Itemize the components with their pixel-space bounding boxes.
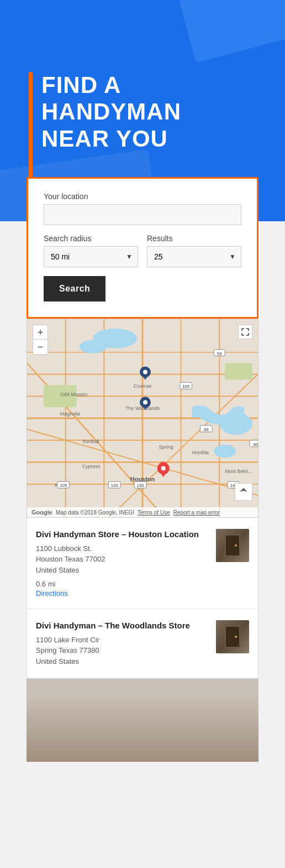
- svg-rect-21: [225, 363, 252, 380]
- people-silhouettes: [27, 695, 258, 762]
- result-name: Divi Handyman – The Woodlands Store: [36, 620, 208, 631]
- svg-point-55: [161, 466, 166, 471]
- svg-text:Cypress: Cypress: [82, 464, 101, 469]
- terms-of-use-link[interactable]: Terms of Use: [138, 510, 170, 516]
- svg-text:130: 130: [136, 483, 144, 488]
- search-panel: Your location Search radius 10 mi 25 mi …: [27, 177, 258, 319]
- radius-label: Search radius: [44, 234, 138, 243]
- svg-point-51: [143, 370, 147, 374]
- result-info: Divi Handyman – The Woodlands Store 1100…: [36, 620, 208, 667]
- hero-decor-top: [179, 0, 285, 63]
- svg-text:Spring: Spring: [159, 444, 173, 450]
- result-name: Divi Handyman Store – Houston Location: [36, 529, 208, 540]
- search-button[interactable]: Search: [44, 276, 105, 302]
- map-fullscreen-button[interactable]: [238, 325, 252, 339]
- svg-text:105: 105: [60, 483, 67, 488]
- orange-accent-bar: [29, 72, 33, 183]
- directions-link[interactable]: Directions: [36, 589, 208, 597]
- location-label: Your location: [44, 192, 241, 201]
- radius-select-wrapper: 10 mi 25 mi 50 mi 100 mi ▼: [44, 246, 138, 267]
- bottom-background: [27, 679, 258, 762]
- zoom-in-button[interactable]: +: [33, 325, 48, 340]
- radius-select[interactable]: 10 mi 25 mi 50 mi 100 mi: [44, 246, 138, 267]
- result-address-line2: Houston Texas 77002: [36, 554, 208, 565]
- door-icon: [225, 626, 240, 648]
- map-footer: Google Map data ©2018 Google, INEGI Term…: [27, 507, 258, 517]
- hero-title-line1: FIND A: [41, 72, 181, 98]
- svg-text:90: 90: [253, 442, 258, 447]
- thumbnail-image: [216, 529, 249, 562]
- results-field: Results 10 25 50 ▼: [147, 234, 241, 267]
- svg-text:Tomball: Tomball: [82, 439, 99, 444]
- radius-field: Search radius 10 mi 25 mi 50 mi 100 mi ▼: [44, 234, 138, 267]
- map-zoom-controls: + −: [33, 325, 48, 355]
- thumbnail-image: [216, 620, 249, 653]
- result-address: 1100 Lake Front Cir Spring Texas 77380 U…: [36, 635, 208, 667]
- results-select-wrapper: 10 25 50 ▼: [147, 246, 241, 267]
- result-address-line3: United States: [36, 656, 208, 667]
- results-select[interactable]: 10 25 50: [147, 246, 241, 267]
- result-address-line2: Spring Texas 77380: [36, 645, 208, 656]
- map-container: Conroe The Woodlands Magnolia Odd Missio…: [27, 319, 258, 518]
- results-container: Divi Handyman Store – Houston Location 1…: [27, 518, 258, 679]
- map-data-text: Map data ©2018 Google, INEGI: [56, 510, 134, 516]
- report-map-error-link[interactable]: Report a map error: [173, 510, 220, 516]
- hero-title-line2: HANDYMAN: [41, 98, 181, 125]
- svg-text:Conroe: Conroe: [134, 383, 152, 389]
- fullscreen-icon: [241, 328, 249, 336]
- result-thumbnail: [216, 529, 249, 562]
- svg-point-19: [214, 445, 236, 458]
- svg-point-17: [80, 340, 107, 354]
- svg-point-53: [143, 400, 147, 404]
- location-arrow-icon: [239, 487, 248, 496]
- svg-text:Mont Belvi...: Mont Belvi...: [225, 469, 252, 474]
- door-icon: [225, 534, 240, 557]
- location-input[interactable]: [44, 204, 241, 225]
- result-distance: 0.6 mi: [36, 580, 208, 588]
- svg-text:69: 69: [204, 427, 209, 432]
- svg-text:Odd Mission: Odd Mission: [60, 392, 88, 397]
- hero-title-line3: NEAR YOU: [41, 126, 181, 152]
- svg-text:59: 59: [217, 351, 222, 356]
- google-logo: Google: [31, 509, 52, 516]
- result-address-line1: 1100 Lubbock St.: [36, 543, 208, 554]
- result-address: 1100 Lubbock St. Houston Texas 77002 Uni…: [36, 543, 208, 576]
- result-item: Divi Handyman Store – Houston Location 1…: [27, 518, 258, 609]
- search-options-row: Search radius 10 mi 25 mi 50 mi 100 mi ▼…: [44, 234, 241, 267]
- hero-title: FIND A HANDYMAN NEAR YOU: [41, 72, 181, 152]
- result-address-line1: 1100 Lake Front Cir: [36, 635, 208, 646]
- svg-text:105: 105: [182, 384, 190, 389]
- result-thumbnail: [216, 620, 249, 653]
- my-location-button[interactable]: [235, 483, 252, 501]
- svg-text:Magnolia: Magnolia: [60, 411, 80, 417]
- result-item: Divi Handyman – The Woodlands Store 1100…: [27, 609, 258, 678]
- svg-text:Humble: Humble: [192, 450, 209, 455]
- result-address-line3: United States: [36, 565, 208, 576]
- result-info: Divi Handyman Store – Houston Location 1…: [36, 529, 208, 597]
- svg-text:130: 130: [111, 483, 119, 488]
- zoom-out-button[interactable]: −: [33, 340, 48, 354]
- results-label: Results: [147, 234, 241, 243]
- map-svg: Conroe The Woodlands Magnolia Odd Missio…: [27, 319, 258, 517]
